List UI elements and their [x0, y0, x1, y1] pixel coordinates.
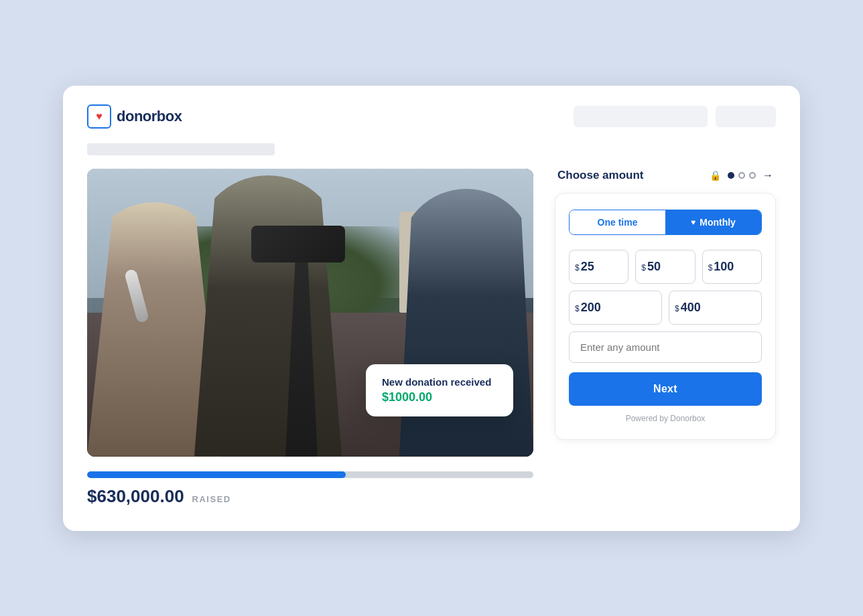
logo-icon: ♥	[87, 104, 111, 129]
progress-stats: $630,000.00 RAISED	[87, 486, 533, 507]
custom-amount-input[interactable]	[569, 331, 762, 363]
amount-value-1: 25	[581, 260, 594, 274]
monthly-label: Monthly	[700, 217, 736, 228]
lock-icon: 🔒	[710, 170, 721, 181]
currency-5: $	[675, 305, 679, 313]
frequency-toggle: One time ♥ Monthly	[569, 210, 762, 235]
left-panel: New donation received $1000.00 $630,000.…	[87, 169, 533, 507]
next-button[interactable]: Next	[569, 372, 762, 406]
campaign-image: New donation received $1000.00	[87, 169, 533, 457]
camera-body	[251, 226, 345, 262]
campaign-title-placeholder	[87, 143, 275, 155]
raised-amount: $630,000.00	[87, 486, 184, 507]
choose-amount-header: Choose amount 🔒 →	[555, 169, 776, 182]
amount-value-4: 200	[581, 301, 601, 315]
monthly-button[interactable]: ♥ Monthly	[665, 210, 761, 234]
person-mid	[194, 175, 342, 457]
amount-btn-25[interactable]: $ 25	[569, 250, 628, 284]
donation-card: One time ♥ Monthly $ 25 $ 50	[555, 193, 776, 440]
step-dot-2	[738, 172, 745, 179]
logo: ♥ donorbox	[87, 104, 182, 129]
step-dots	[728, 172, 756, 179]
step-dot-1	[728, 172, 734, 179]
one-time-button[interactable]: One time	[570, 210, 665, 234]
main-content: New donation received $1000.00 $630,000.…	[87, 169, 776, 507]
logo-heart-icon: ♥	[96, 110, 103, 123]
progress-section: $630,000.00 RAISED	[87, 471, 533, 507]
notification-popup: New donation received $1000.00	[366, 364, 513, 416]
header: ♥ donorbox	[87, 104, 776, 129]
donation-panel: Choose amount 🔒 → One time ♥ Monthly	[555, 169, 776, 440]
notification-amount: $1000.00	[382, 390, 497, 404]
amount-btn-200[interactable]: $ 200	[569, 291, 662, 325]
amount-value-3: 100	[714, 260, 734, 274]
person-right	[399, 189, 533, 457]
powered-by: Powered by Donorbox	[569, 414, 762, 423]
raised-label: RAISED	[192, 494, 231, 504]
currency-3: $	[708, 264, 713, 272]
amount-value-2: 50	[647, 260, 661, 274]
currency-4: $	[575, 305, 580, 313]
header-right	[574, 106, 776, 127]
header-action-btn	[716, 106, 776, 127]
progress-bar-container	[87, 471, 533, 478]
currency-2: $	[641, 264, 646, 272]
progress-bar-fill	[87, 471, 346, 478]
amounts-grid-row1: $ 25 $ 50 $ 100	[569, 250, 762, 284]
amount-btn-50[interactable]: $ 50	[635, 250, 695, 284]
step-dot-3	[749, 172, 756, 179]
logo-text: donorbox	[117, 108, 182, 125]
currency-1: $	[575, 264, 580, 272]
amounts-grid-row2: $ 200 $ 400	[569, 291, 762, 325]
amount-value-5: 400	[681, 301, 701, 315]
main-card: ♥ donorbox	[63, 86, 800, 531]
choose-amount-title: Choose amount	[557, 169, 703, 182]
header-search-bar	[574, 106, 708, 127]
next-arrow-icon: →	[762, 169, 773, 181]
notification-title: New donation received	[382, 376, 497, 388]
amount-btn-100[interactable]: $ 100	[702, 250, 762, 284]
monthly-heart-icon: ♥	[691, 218, 695, 227]
amount-btn-400[interactable]: $ 400	[669, 291, 762, 325]
